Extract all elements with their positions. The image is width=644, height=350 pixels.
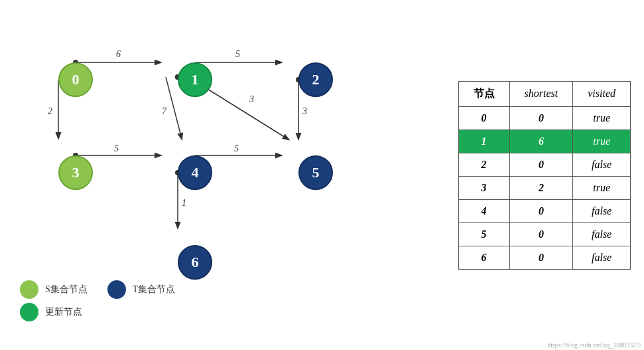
legend: S集合节点 T集合节点 更新节点 bbox=[20, 280, 175, 321]
table-area: 节点 shortest visited 00true16true20false3… bbox=[458, 81, 631, 270]
svg-text:5: 5 bbox=[234, 143, 239, 153]
watermark: https://blog.csdn.net/qq_38882327/ bbox=[547, 341, 641, 349]
cell-node: 4 bbox=[458, 199, 509, 222]
node-6-label: 6 bbox=[192, 254, 199, 271]
col-header-visited: visited bbox=[573, 81, 631, 106]
cell-shortest: 2 bbox=[509, 176, 573, 199]
table-row: 50false bbox=[458, 222, 630, 246]
legend-item-s: S集合节点 bbox=[20, 280, 88, 299]
cell-shortest: 0 bbox=[509, 106, 573, 130]
svg-text:2: 2 bbox=[48, 106, 52, 116]
node-5-label: 5 bbox=[312, 164, 320, 181]
cell-visited: false bbox=[573, 199, 631, 222]
node-0-label: 0 bbox=[72, 71, 80, 88]
cell-node: 1 bbox=[458, 130, 509, 153]
legend-label-s: S集合节点 bbox=[45, 284, 88, 296]
svg-text:5: 5 bbox=[114, 143, 119, 153]
node-0: 0 bbox=[58, 62, 93, 97]
cell-visited: false bbox=[573, 246, 631, 269]
cell-node: 2 bbox=[458, 153, 509, 176]
cell-shortest: 0 bbox=[509, 222, 573, 246]
legend-circle-t bbox=[107, 280, 126, 299]
legend-circle-update bbox=[20, 303, 38, 321]
svg-text:3: 3 bbox=[302, 106, 307, 116]
table-row: 60false bbox=[458, 246, 630, 269]
cell-visited: false bbox=[573, 222, 631, 246]
node-5: 5 bbox=[298, 155, 333, 190]
cell-shortest: 0 bbox=[509, 153, 573, 176]
svg-text:6: 6 bbox=[116, 49, 121, 59]
cell-node: 5 bbox=[458, 222, 509, 246]
node-4: 4 bbox=[178, 155, 212, 190]
cell-visited: true bbox=[573, 130, 631, 153]
cell-visited: true bbox=[573, 176, 631, 199]
data-table: 节点 shortest visited 00true16true20false3… bbox=[458, 81, 631, 270]
cell-node: 6 bbox=[458, 246, 509, 269]
table-row: 40false bbox=[458, 199, 630, 222]
legend-item-t: T集合节点 bbox=[107, 280, 176, 299]
cell-visited: false bbox=[573, 153, 631, 176]
node-1: 1 bbox=[178, 62, 212, 97]
cell-shortest: 6 bbox=[509, 130, 573, 153]
node-3: 3 bbox=[58, 155, 93, 190]
cell-node: 3 bbox=[458, 176, 509, 199]
col-header-shortest: shortest bbox=[509, 81, 573, 106]
svg-text:1: 1 bbox=[182, 198, 186, 208]
node-6: 6 bbox=[178, 245, 212, 280]
legend-circle-s bbox=[20, 280, 38, 299]
table-row: 20false bbox=[458, 153, 630, 176]
node-3-label: 3 bbox=[72, 164, 80, 181]
col-header-node: 节点 bbox=[458, 81, 509, 106]
table-header-row: 节点 shortest visited bbox=[458, 81, 630, 106]
legend-label-t: T集合节点 bbox=[133, 284, 176, 296]
svg-text:3: 3 bbox=[249, 94, 254, 104]
table-row: 00true bbox=[458, 106, 630, 130]
node-1-label: 1 bbox=[192, 71, 199, 88]
graph-area: 6 5 2 7 3 5 5 1 3 0 bbox=[13, 16, 385, 335]
node-2-label: 2 bbox=[312, 71, 320, 88]
cell-shortest: 0 bbox=[509, 246, 573, 269]
legend-label-update: 更新节点 bbox=[45, 306, 82, 318]
cell-visited: true bbox=[573, 106, 631, 130]
cell-shortest: 0 bbox=[509, 199, 573, 222]
legend-item-update: 更新节点 bbox=[20, 303, 175, 321]
cell-node: 0 bbox=[458, 106, 509, 130]
table-row: 32true bbox=[458, 176, 630, 199]
svg-text:7: 7 bbox=[162, 106, 167, 116]
table-row: 16true bbox=[458, 130, 630, 153]
node-4-label: 4 bbox=[192, 164, 199, 181]
node-2: 2 bbox=[298, 62, 333, 97]
svg-text:5: 5 bbox=[235, 49, 240, 59]
